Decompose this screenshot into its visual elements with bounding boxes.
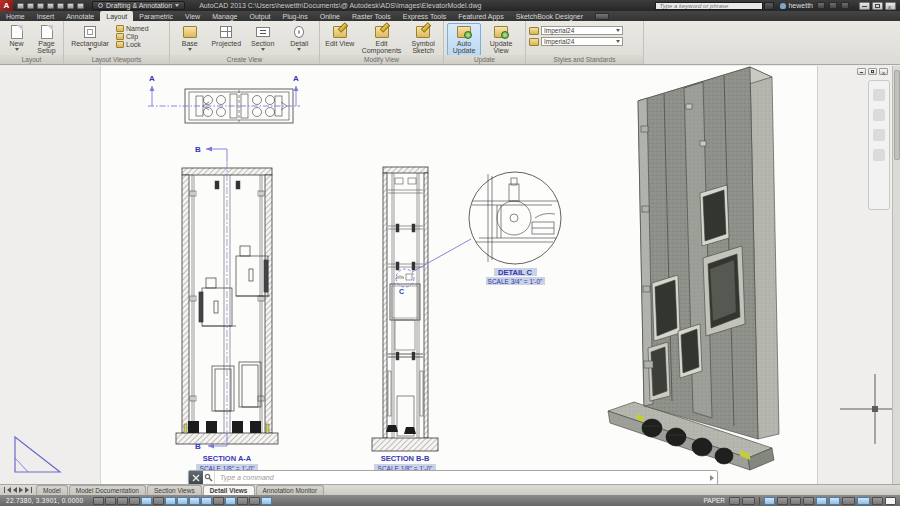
clip-viewport-button[interactable]: Clip — [116, 33, 149, 40]
doc-minimize-button[interactable] — [857, 68, 866, 75]
section-a-view[interactable]: B B SECTION A-A SCALE 1/8" = 1'-0" — [176, 145, 278, 472]
undo-icon[interactable] — [67, 3, 74, 9]
selection-cycling-toggle[interactable] — [249, 497, 260, 505]
saveas-icon[interactable] — [47, 3, 54, 9]
scrollbar-thumb[interactable] — [894, 70, 900, 160]
plan-view[interactable]: A A — [148, 74, 300, 123]
command-customize-icon[interactable] — [203, 471, 215, 484]
new-icon[interactable] — [17, 3, 24, 9]
tab-output[interactable]: Output — [243, 11, 276, 21]
drawing-viewport[interactable]: A A — [0, 66, 900, 484]
last-tab-icon[interactable] — [25, 487, 29, 493]
tab-featured-apps[interactable]: Featured Apps — [452, 11, 510, 21]
tab-annotation-monitor[interactable]: Annotation Monitor — [256, 485, 325, 495]
detail-c-view[interactable]: DETAIL C SCALE 3/4" = 1'-0" — [469, 172, 561, 285]
redo-icon[interactable] — [77, 3, 84, 9]
quick-view-drawings-icon[interactable] — [764, 497, 775, 505]
prev-tab-icon[interactable] — [13, 487, 17, 493]
infer-constraints-toggle[interactable] — [93, 497, 104, 505]
section-b-view[interactable]: C SECTION B-B SCALE 1/8" = 1'-0" — [372, 167, 471, 472]
tab-parametric[interactable]: Parametric — [133, 11, 179, 21]
vertical-scrollbar[interactable] — [892, 66, 900, 484]
workspace-switching-icon[interactable] — [816, 497, 827, 505]
page-setup-button[interactable]: Page Setup — [33, 23, 60, 56]
panel-title-layout-viewports[interactable]: Layout Viewports — [64, 55, 169, 64]
auto-update-button[interactable]: Auto Update — [447, 23, 481, 56]
signin-area[interactable]: hewetth — [780, 2, 813, 9]
section-style-select[interactable]: Imperial24 — [541, 26, 623, 35]
tab-annotate[interactable]: Annotate — [60, 11, 100, 21]
isolate-objects-icon[interactable] — [857, 497, 870, 505]
panel-title-styles-standards[interactable]: Styles and Standards — [526, 55, 643, 64]
full-navigation-wheel-icon[interactable] — [873, 89, 885, 101]
tab-manage[interactable]: Manage — [206, 11, 243, 21]
first-tab-icon[interactable] — [7, 487, 11, 493]
doc-restore-button[interactable] — [868, 68, 877, 75]
symbol-sketch-button[interactable]: Symbol Sketch — [406, 23, 440, 56]
detail-view-button[interactable]: Detail — [283, 23, 317, 52]
exchange-apps-icon[interactable] — [817, 2, 825, 9]
status-menu-icon[interactable] — [872, 497, 883, 505]
navigation-bar[interactable] — [868, 80, 890, 210]
detail-style-icon[interactable] — [529, 38, 539, 46]
plot-icon[interactable] — [57, 3, 64, 9]
drawing-canvas[interactable]: A A — [0, 66, 900, 484]
tab-view[interactable]: View — [179, 11, 206, 21]
panel-title-create-view[interactable]: Create View — [170, 55, 319, 64]
restore-button[interactable] — [872, 2, 883, 10]
autoscale-icon[interactable] — [803, 497, 814, 505]
doc-close-button[interactable]: x — [879, 68, 888, 75]
workspace-switcher[interactable]: Drafting & Annotation — [92, 1, 185, 10]
grid-toggle[interactable] — [117, 497, 128, 505]
tab-insert[interactable]: Insert — [31, 11, 61, 21]
quick-properties-toggle[interactable] — [237, 497, 248, 505]
save-icon[interactable] — [37, 3, 44, 9]
model-paper-toggle[interactable] — [729, 497, 740, 505]
tab-section-views[interactable]: Section Views — [147, 485, 202, 495]
polar-toggle[interactable] — [141, 497, 152, 505]
pan-icon[interactable] — [873, 109, 885, 121]
new-layout-button[interactable]: New — [3, 23, 30, 52]
tab-layout[interactable]: Layout — [100, 11, 133, 21]
lock-ui-icon[interactable] — [829, 497, 840, 505]
dyn-toggle[interactable] — [201, 497, 212, 505]
section-style-icon[interactable] — [529, 27, 539, 35]
tab-plugins[interactable]: Plug-ins — [276, 11, 313, 21]
next-tab-icon[interactable] — [19, 487, 23, 493]
annotation-scale-icon[interactable] — [777, 497, 788, 505]
detail-c-label[interactable]: DETAIL C SCALE 3/4" = 1'-0" — [486, 268, 545, 286]
tab-home[interactable]: Home — [0, 11, 31, 21]
clean-screen-icon[interactable] — [885, 497, 896, 505]
tab-online[interactable]: Online — [314, 11, 346, 21]
iso-3d-view[interactable] — [608, 67, 779, 470]
projected-view-button[interactable]: Projected — [210, 23, 244, 48]
open-icon[interactable] — [27, 3, 34, 9]
hardware-acceleration-icon[interactable] — [842, 497, 855, 505]
search-icon[interactable] — [764, 2, 774, 10]
command-line[interactable]: Type a command — [188, 470, 718, 485]
tab-model[interactable]: Model — [36, 485, 68, 495]
snap-toggle[interactable] — [105, 497, 116, 505]
osnap-toggle[interactable] — [153, 497, 164, 505]
help-icon[interactable] — [841, 2, 849, 9]
section-view-button[interactable]: Section — [246, 23, 280, 52]
panel-title-update[interactable]: Update — [444, 55, 525, 64]
base-view-button[interactable]: Base — [173, 23, 207, 52]
search-input[interactable] — [655, 2, 763, 10]
annotation-visibility-icon[interactable] — [790, 497, 801, 505]
tab-raster-tools[interactable]: Raster Tools — [346, 11, 397, 21]
panel-title-layout[interactable]: Layout — [0, 55, 63, 64]
lock-viewport-button[interactable]: Lock — [116, 41, 149, 48]
edit-view-button[interactable]: Edit View — [323, 23, 357, 48]
communication-center-icon[interactable] — [829, 2, 837, 9]
ribbon-state-icon[interactable] — [595, 13, 609, 20]
command-close-icon[interactable] — [189, 471, 203, 484]
minimize-button[interactable] — [859, 2, 870, 10]
panel-title-modify-view[interactable]: Modify View — [320, 55, 443, 64]
close-button[interactable]: x — [885, 2, 896, 10]
autocad-logo-icon[interactable]: A — [0, 0, 13, 11]
rectangular-viewport-button[interactable]: Rectangular — [67, 23, 113, 52]
tab-express-tools[interactable]: Express Tools — [397, 11, 452, 21]
tab-model-documentation[interactable]: Model Documentation — [69, 485, 146, 495]
otrack-toggle[interactable] — [177, 497, 188, 505]
